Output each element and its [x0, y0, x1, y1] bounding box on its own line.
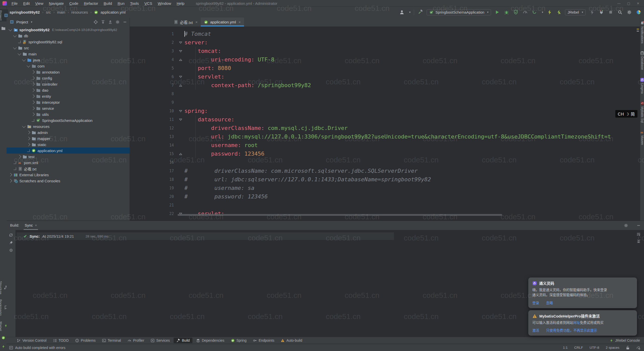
profiler-button[interactable] — [522, 9, 528, 15]
ai-assistant-icon[interactable]: $ — [636, 346, 640, 350]
tool-window-button-terminal[interactable]: Terminal — [99, 338, 124, 343]
tree-item-admin[interactable]: admin — [7, 129, 130, 135]
indent-widget[interactable]: 2 spaces — [606, 346, 619, 349]
close-icon[interactable]: × — [238, 20, 241, 24]
breadcrumb-item[interactable]: main — [57, 10, 65, 14]
target-icon[interactable] — [9, 248, 13, 252]
chevron-right-icon[interactable] — [31, 94, 35, 98]
fold-marker-icon[interactable] — [177, 81, 184, 90]
collapse-all-button[interactable] — [107, 20, 113, 24]
close-button[interactable]: ✕ — [637, 2, 639, 5]
tool-window-button-services[interactable]: Services — [148, 338, 173, 343]
tool-strip-item-jrebel[interactable] — [2, 345, 5, 348]
fold-marker-icon[interactable] — [177, 107, 184, 115]
menu-run[interactable]: Run — [115, 1, 127, 6]
fold-marker-icon[interactable] — [177, 47, 184, 55]
menu-code[interactable]: Code — [67, 1, 81, 6]
tree-item-java[interactable]: java — [7, 57, 130, 63]
build-settings-button[interactable] — [624, 223, 628, 228]
chevron-down-icon[interactable] — [9, 28, 12, 31]
pin-icon[interactable] — [9, 241, 13, 245]
chevron-right-icon[interactable] — [18, 155, 21, 158]
chevron-right-icon[interactable] — [31, 76, 35, 80]
soft-wrap-button[interactable] — [637, 232, 640, 236]
tree-item-springboot99y82[interactable]: springboot99y82E:\releaseComp\24-10\16\3… — [7, 27, 130, 33]
run-button[interactable] — [494, 9, 500, 15]
tree-item-db[interactable]: db — [7, 33, 130, 39]
tool-window-button-jrebel-console[interactable]: JRebel Console — [607, 338, 644, 343]
user-icon[interactable] — [399, 9, 405, 15]
project-panel-title[interactable]: Project — [16, 20, 28, 24]
tool-window-button-spring[interactable]: Spring — [228, 338, 249, 343]
tree-item-config[interactable]: config — [7, 75, 130, 81]
menu-window[interactable]: Window — [155, 1, 173, 6]
editor-tab-application.yml[interactable]: application.yml× — [201, 18, 244, 26]
sync-status-row[interactable]: ✔ Sync: At 2025/11/4 19:21 28 sec, 590 m… — [17, 232, 394, 240]
tree-item-必看.txt[interactable]: 必看.txt — [7, 166, 130, 172]
tree-item-dao[interactable]: dao — [7, 87, 130, 93]
breadcrumb-item[interactable]: resources — [71, 10, 88, 14]
tree-item-springboot99y82.sql[interactable]: SQLspringboot99y82.sql — [7, 39, 130, 45]
tree-item-entity[interactable]: entity — [7, 93, 130, 99]
tree-item-external-libraries[interactable]: External Libraries — [7, 172, 130, 178]
breadcrumb-item[interactable]: springboot99y82 — [10, 10, 40, 14]
chevron-right-icon[interactable] — [27, 137, 30, 140]
menu-help[interactable]: Help — [174, 1, 187, 6]
tree-item-application.yml[interactable]: application.yml — [7, 148, 130, 154]
chevron-right-icon[interactable] — [31, 100, 35, 104]
sync-icon[interactable] — [9, 233, 13, 237]
notification-action-link[interactable]: 忽略 — [546, 300, 553, 305]
tool-window-button-problems[interactable]: Problems — [72, 338, 98, 343]
menu-view[interactable]: View — [33, 1, 46, 6]
debug-button[interactable] — [504, 9, 510, 15]
maximize-button[interactable]: ▢ — [627, 2, 630, 5]
tree-item-pom.xml[interactable]: mpom.xml — [7, 160, 130, 166]
chevron-right-icon[interactable] — [9, 179, 12, 183]
menu-build[interactable]: Build — [101, 1, 114, 6]
notification-popup-1[interactable]: 通义灵码嗨，我是通义灵码，你的智能编码助手。快来登录通义灵码，深度感受智能编码的… — [528, 277, 637, 308]
tree-item-test[interactable]: test — [7, 154, 130, 160]
chevron-right-icon[interactable] — [31, 70, 35, 74]
tree-item-static[interactable]: static — [7, 142, 130, 148]
chevron-right-icon[interactable] — [27, 131, 30, 134]
tree-item-utils[interactable]: utils — [7, 111, 130, 117]
breadcrumb-file[interactable]: application.yml — [101, 10, 126, 14]
tree-item-scratches-and-consoles[interactable]: Scratches and Consoles — [7, 178, 130, 184]
menu-file[interactable]: File — [9, 1, 20, 6]
ide-promo-orb-icon[interactable] — [635, 9, 641, 15]
build-project-button[interactable] — [417, 9, 423, 15]
menu-edit[interactable]: Edit — [21, 1, 32, 6]
tree-item-service[interactable]: service — [7, 105, 130, 111]
chevron-down-icon[interactable] — [13, 46, 17, 49]
menu-navigate[interactable]: Navigate — [47, 1, 66, 6]
tool-strip-item-folder-tool[interactable] — [1, 26, 6, 30]
fold-marker-icon[interactable] — [177, 55, 184, 64]
chevron-right-icon[interactable] — [9, 173, 12, 177]
menu-vcs[interactable]: VCS — [142, 1, 154, 6]
rerun-button[interactable] — [532, 9, 538, 15]
chevron-right-icon[interactable] — [31, 113, 35, 116]
menu-tools[interactable]: Tools — [128, 1, 141, 6]
panel-settings-button[interactable] — [115, 20, 120, 24]
chevron-right-icon[interactable] — [31, 88, 35, 92]
close-icon[interactable]: × — [35, 223, 37, 227]
editor-tab-必看.txt[interactable]: 必看.txt× — [171, 18, 201, 26]
scroll-to-end-button[interactable] — [637, 239, 640, 243]
tree-item-src[interactable]: src — [7, 45, 130, 51]
expand-all-button[interactable] — [100, 20, 106, 24]
build-tab-sync[interactable]: Sync × — [24, 221, 38, 230]
tool-strip-item-leaf[interactable] — [2, 336, 5, 340]
minimize-button[interactable]: — — [617, 2, 621, 5]
tool-window-button-auto-build[interactable]: Auto-build — [278, 338, 305, 343]
tool-strip-item-lingma[interactable]: Lingma — [640, 78, 644, 94]
close-icon[interactable]: × — [195, 20, 198, 24]
tool-window-button-endpoints[interactable]: Endpoints — [250, 338, 277, 343]
unlock-icon[interactable] — [626, 346, 630, 350]
fold-marker-icon[interactable] — [177, 209, 184, 218]
fold-marker-icon[interactable] — [177, 38, 184, 47]
notification-action-link[interactable]: 只使用免费功能，不再显示此提示 — [546, 328, 597, 333]
search-everywhere-button[interactable] — [617, 9, 623, 15]
jrebel-debug-button[interactable] — [556, 9, 562, 15]
chevron-right-icon[interactable] — [31, 107, 35, 110]
tool-strip-item-notifications[interactable]: Notifications — [640, 21, 644, 44]
